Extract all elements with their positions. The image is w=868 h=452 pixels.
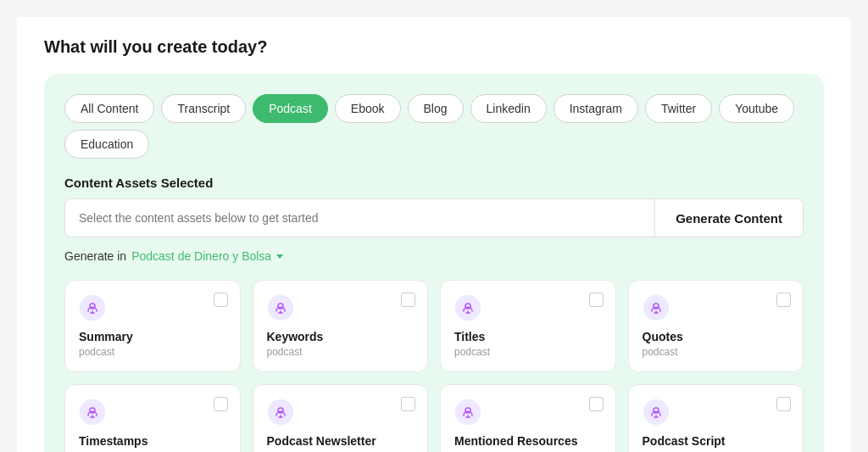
card-checkbox[interactable]	[401, 397, 415, 411]
card-title: Summary	[79, 330, 226, 343]
card-title: Timestamps	[79, 434, 226, 448]
filter-tab-all[interactable]: All Content	[64, 94, 154, 123]
page-title: What will you create today?	[44, 37, 824, 57]
podcast-icon	[267, 399, 294, 426]
search-bar: Generate Content	[64, 198, 804, 237]
card-subtitle: podcast	[267, 346, 415, 358]
card-quotes[interactable]: Quotes podcast	[628, 280, 804, 372]
card-summary[interactable]: Summary podcast	[64, 280, 241, 372]
generate-in-link-text: Podcast de Dinero y Bolsa	[131, 249, 271, 263]
podcast-icon	[79, 399, 106, 426]
generate-in-row: Generate in Podcast de Dinero y Bolsa	[64, 249, 804, 263]
generate-in-link[interactable]: Podcast de Dinero y Bolsa	[131, 249, 283, 263]
card-timestamps[interactable]: Timestamps podcast	[64, 384, 241, 452]
filter-tab-blog[interactable]: Blog	[408, 94, 464, 123]
card-checkbox[interactable]	[401, 293, 415, 307]
main-container: What will you create today? All ContentT…	[17, 17, 851, 452]
card-checkbox[interactable]	[589, 293, 604, 307]
filter-tabs: All ContentTranscriptPodcastEbookBlogLin…	[64, 94, 804, 159]
podcast-icon	[267, 294, 294, 321]
card-subtitle: podcast	[79, 346, 226, 358]
search-input[interactable]	[65, 199, 654, 237]
filter-tab-instagram[interactable]: Instagram	[554, 94, 638, 123]
card-podcast-newsletter[interactable]: Podcast Newsletter podcast	[253, 384, 429, 452]
filter-tab-podcast[interactable]: Podcast	[253, 94, 328, 123]
filter-tab-linkedin[interactable]: Linkedin	[470, 94, 547, 123]
filter-tab-youtube[interactable]: Youtube	[719, 94, 794, 123]
filter-tab-education[interactable]: Education	[64, 130, 149, 159]
card-title: Podcast Newsletter	[267, 434, 415, 448]
card-checkbox[interactable]	[589, 397, 604, 411]
podcast-icon	[454, 399, 481, 426]
card-checkbox[interactable]	[776, 293, 791, 307]
card-title: Keywords	[267, 330, 415, 343]
filter-tab-transcript[interactable]: Transcript	[161, 94, 246, 123]
card-subtitle: podcast	[643, 346, 790, 358]
card-checkbox[interactable]	[776, 397, 791, 411]
card-title: Podcast Script	[643, 434, 790, 448]
cards-grid: Summary podcast Keywords podcast	[64, 280, 804, 452]
podcast-icon	[79, 294, 106, 321]
generate-in-label: Generate in	[64, 249, 126, 263]
card-subtitle: podcast	[454, 346, 602, 358]
filter-tab-ebook[interactable]: Ebook	[335, 94, 401, 123]
content-assets-label: Content Assets Selected	[64, 176, 804, 190]
podcast-icon	[643, 294, 670, 321]
card-podcast-script[interactable]: Podcast Script podcast	[628, 384, 804, 452]
card-title: Quotes	[643, 330, 790, 343]
card-checkbox[interactable]	[214, 293, 228, 307]
card-title: Titles	[454, 330, 602, 343]
generate-content-button[interactable]: Generate Content	[654, 199, 803, 237]
card-mentioned-resources[interactable]: Mentioned Resources podcast	[440, 384, 616, 452]
podcast-icon	[643, 399, 670, 426]
green-panel: All ContentTranscriptPodcastEbookBlogLin…	[44, 74, 824, 452]
card-titles[interactable]: Titles podcast	[440, 280, 616, 372]
podcast-icon	[454, 294, 481, 321]
chevron-down-icon	[276, 254, 283, 259]
card-title: Mentioned Resources	[454, 434, 602, 448]
card-keywords[interactable]: Keywords podcast	[253, 280, 429, 372]
card-checkbox[interactable]	[214, 397, 228, 411]
filter-tab-twitter[interactable]: Twitter	[645, 94, 712, 123]
